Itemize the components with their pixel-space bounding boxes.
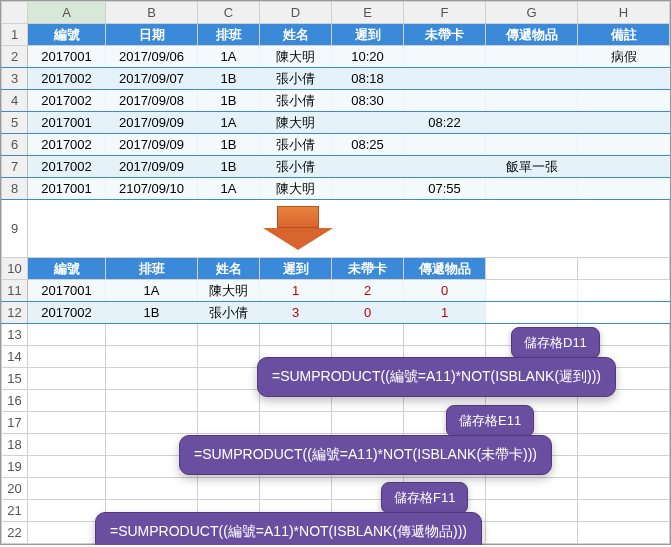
col-header-h[interactable]: H	[578, 2, 670, 24]
cell[interactable]: 2017/09/07	[106, 68, 198, 90]
cell[interactable]	[578, 134, 670, 156]
cell[interactable]: 陳大明	[198, 280, 260, 302]
cell[interactable]	[28, 478, 106, 500]
cell[interactable]: 2017002	[28, 68, 106, 90]
cell[interactable]	[486, 90, 578, 112]
cell[interactable]	[106, 412, 198, 434]
row-header[interactable]: 14	[2, 346, 28, 368]
cell[interactable]	[28, 500, 106, 522]
col-header-b[interactable]: B	[106, 2, 198, 24]
col-header-g[interactable]: G	[486, 2, 578, 24]
cell[interactable]: 張小倩	[260, 68, 332, 90]
cell[interactable]: 未帶卡	[404, 24, 486, 46]
cell[interactable]: 2017/09/08	[106, 90, 198, 112]
row-header[interactable]: 19	[2, 456, 28, 478]
cell[interactable]	[106, 368, 198, 390]
cell[interactable]: 10:20	[332, 46, 404, 68]
cell[interactable]: 1A	[106, 280, 198, 302]
row-header[interactable]: 21	[2, 500, 28, 522]
cell[interactable]	[332, 112, 404, 134]
cell[interactable]	[486, 134, 578, 156]
cell[interactable]: 1B	[198, 156, 260, 178]
cell[interactable]	[198, 346, 260, 368]
cell[interactable]	[578, 456, 670, 478]
cell[interactable]	[28, 456, 106, 478]
cell[interactable]: 08:22	[404, 112, 486, 134]
cell[interactable]	[332, 324, 404, 346]
row-header[interactable]: 6	[2, 134, 28, 156]
row-header[interactable]: 18	[2, 434, 28, 456]
cell[interactable]	[578, 478, 670, 500]
row-header[interactable]: 8	[2, 178, 28, 200]
cell[interactable]	[28, 346, 106, 368]
cell[interactable]	[28, 522, 106, 544]
cell[interactable]	[486, 258, 578, 280]
cell[interactable]: 1B	[106, 302, 198, 324]
cell[interactable]: 日期	[106, 24, 198, 46]
cell[interactable]: 08:30	[332, 90, 404, 112]
cell[interactable]: 08:25	[332, 134, 404, 156]
cell[interactable]: 排班	[106, 258, 198, 280]
cell[interactable]	[106, 324, 198, 346]
cell[interactable]	[28, 368, 106, 390]
cell[interactable]: 張小倩	[260, 156, 332, 178]
cell[interactable]	[404, 46, 486, 68]
cell[interactable]	[404, 68, 486, 90]
cell[interactable]: 病假	[578, 46, 670, 68]
row-header[interactable]: 11	[2, 280, 28, 302]
cell[interactable]	[106, 478, 198, 500]
cell[interactable]: 08:18	[332, 68, 404, 90]
cell[interactable]	[578, 156, 670, 178]
cell[interactable]: 2017001	[28, 46, 106, 68]
cell[interactable]	[578, 112, 670, 134]
cell[interactable]	[404, 324, 486, 346]
col-header-e[interactable]: E	[332, 2, 404, 24]
cell[interactable]	[404, 90, 486, 112]
cell[interactable]	[198, 412, 260, 434]
cell[interactable]	[260, 478, 332, 500]
cell[interactable]: 2017/09/09	[106, 112, 198, 134]
cell[interactable]	[486, 46, 578, 68]
cell[interactable]: 傳遞物品	[486, 24, 578, 46]
cell[interactable]	[486, 522, 578, 544]
row-header[interactable]: 5	[2, 112, 28, 134]
cell[interactable]	[486, 68, 578, 90]
row-header[interactable]: 15	[2, 368, 28, 390]
cell[interactable]: 2	[332, 280, 404, 302]
cell[interactable]	[28, 200, 670, 258]
cell[interactable]: 陳大明	[260, 112, 332, 134]
cell[interactable]: 1A	[198, 112, 260, 134]
cell[interactable]: 1B	[198, 90, 260, 112]
cell[interactable]: 2017001	[28, 280, 106, 302]
cell[interactable]: 2107/09/10	[106, 178, 198, 200]
col-header-f[interactable]: F	[404, 2, 486, 24]
row-header[interactable]: 4	[2, 90, 28, 112]
cell[interactable]	[486, 178, 578, 200]
cell[interactable]: 遲到	[260, 258, 332, 280]
cell[interactable]: 張小倩	[198, 302, 260, 324]
row-header[interactable]: 20	[2, 478, 28, 500]
cell[interactable]	[28, 390, 106, 412]
cell[interactable]	[260, 412, 332, 434]
cell[interactable]: 2017/09/09	[106, 156, 198, 178]
cell[interactable]	[404, 156, 486, 178]
cell[interactable]	[332, 412, 404, 434]
cell[interactable]: 2017002	[28, 134, 106, 156]
cell[interactable]	[578, 522, 670, 544]
cell[interactable]	[486, 500, 578, 522]
cell[interactable]	[106, 346, 198, 368]
cell[interactable]: 1	[260, 280, 332, 302]
cell[interactable]: 1B	[198, 68, 260, 90]
cell[interactable]	[578, 412, 670, 434]
row-header[interactable]: 17	[2, 412, 28, 434]
row-header[interactable]: 3	[2, 68, 28, 90]
cell[interactable]	[198, 368, 260, 390]
cell[interactable]	[106, 390, 198, 412]
cell[interactable]: 2017002	[28, 302, 106, 324]
cell[interactable]: 飯單一張	[486, 156, 578, 178]
cell[interactable]: 2017002	[28, 90, 106, 112]
cell[interactable]: 編號	[28, 258, 106, 280]
cell[interactable]: 排班	[198, 24, 260, 46]
row-header[interactable]: 16	[2, 390, 28, 412]
cell[interactable]: 陳大明	[260, 46, 332, 68]
